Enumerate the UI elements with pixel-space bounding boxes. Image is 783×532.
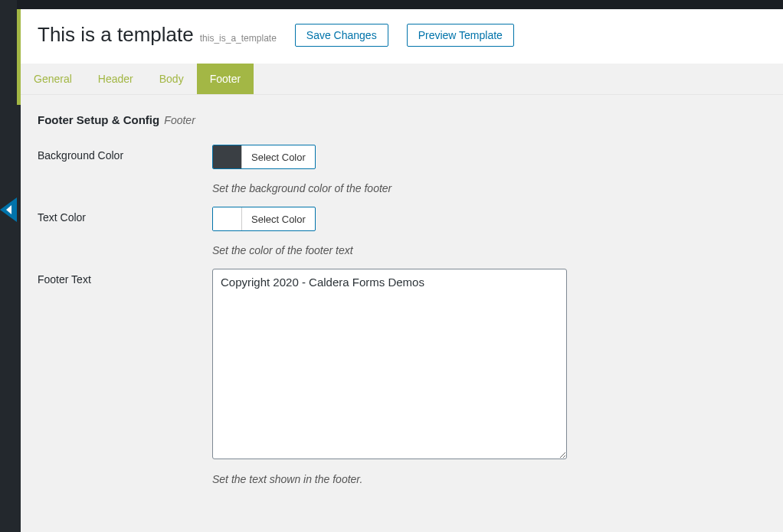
tab-body[interactable]: Body [146,64,197,94]
tabs-bar: General Header Body Footer [21,64,783,95]
background-color-picker[interactable]: Select Color [212,145,316,169]
background-color-swatch [213,145,242,168]
section-subtitle: Footer [164,114,195,126]
footer-text-row: Footer Text [38,269,766,462]
footer-text-help: Set the text shown in the footer. [212,473,766,485]
admin-sidebar [0,0,17,532]
page-slug: this_is_a_template [200,33,277,44]
text-color-row: Text Color Select Color [38,207,766,233]
background-color-button-label: Select Color [242,145,315,168]
text-color-help: Set the color of the footer text [212,244,766,256]
text-color-label: Text Color [38,207,212,233]
background-color-help: Set the background color of the footer [212,182,766,194]
page-header: This is a template this_is_a_template Sa… [21,9,783,64]
footer-text-label: Footer Text [38,269,212,462]
form-section: Footer Setup & Config Footer Background … [21,95,783,516]
section-title: Footer Setup & Config [38,113,159,126]
section-heading: Footer Setup & Config Footer [38,113,766,126]
background-color-label: Background Color [38,145,212,171]
content-area: This is a template this_is_a_template Sa… [21,9,783,532]
background-color-row: Background Color Select Color [38,145,766,171]
tab-header[interactable]: Header [85,64,146,94]
page-title: This is a template [38,23,194,47]
text-color-swatch [213,207,242,230]
text-color-picker[interactable]: Select Color [212,207,316,231]
tab-general[interactable]: General [21,64,85,94]
tab-footer[interactable]: Footer [197,64,254,94]
footer-text-input[interactable] [212,269,567,459]
title-group: This is a template this_is_a_template [38,23,277,47]
preview-template-button[interactable]: Preview Template [407,24,514,47]
text-color-button-label: Select Color [242,207,315,230]
admin-top-bar [0,0,783,9]
save-changes-button[interactable]: Save Changes [295,24,388,47]
